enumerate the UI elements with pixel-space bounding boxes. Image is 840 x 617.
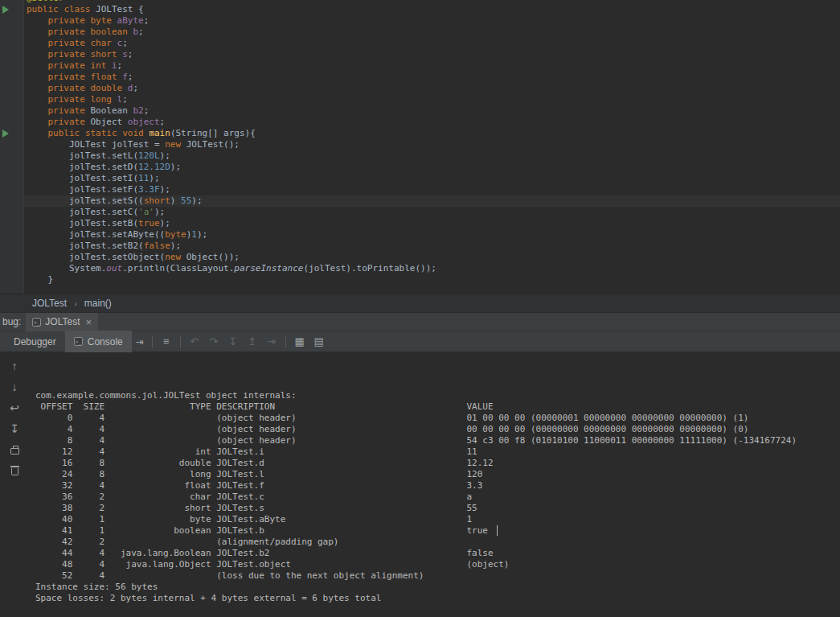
gutter-line	[0, 229, 23, 241]
code-line-partial: @Setter	[27, 0, 64, 4]
gutter-line	[0, 207, 23, 218]
step-out-icon[interactable]: ↥	[243, 331, 262, 352]
code-line[interactable]: jolTest.setL(120L);	[27, 150, 840, 162]
gutter-line	[0, 94, 23, 105]
gutter-line	[0, 184, 23, 195]
scroll-to-end-icon[interactable]: ↧	[10, 422, 19, 434]
code-line[interactable]: JOLTest jolTest = new JOLTest();	[27, 139, 840, 150]
tab-console-label: Console	[88, 336, 123, 348]
code-line[interactable]: private short s;	[27, 49, 840, 60]
view-options-icon[interactable]: ▤	[309, 331, 329, 352]
code-area[interactable]: @Setter public class JOLTest { private b…	[24, 0, 840, 294]
tab-console[interactable]: Console	[65, 331, 132, 352]
gutter-line	[0, 83, 23, 94]
up-stack-trace-icon[interactable]: ↑	[12, 360, 18, 372]
code-line[interactable]: private Object object;	[27, 117, 840, 128]
code-line[interactable]: }	[27, 274, 840, 286]
step-into-icon[interactable]: ↧	[223, 331, 243, 352]
gutter-line	[0, 173, 23, 184]
code-line[interactable]: jolTest.setI(11);	[27, 173, 840, 184]
console-line	[35, 604, 840, 615]
run-to-cursor-icon[interactable]: ⇥	[262, 331, 281, 352]
step-over-icon[interactable]: ↷	[204, 331, 223, 352]
code-lines: public class JOLTest { private byte aByt…	[27, 4, 840, 286]
soft-wrap-icon[interactable]: ↩	[10, 401, 19, 413]
code-line[interactable]: private float f;	[27, 72, 840, 83]
code-line[interactable]: jolTest.setF(3.3F);	[27, 184, 840, 195]
console-icon	[74, 337, 83, 346]
gutter-line	[0, 60, 23, 72]
code-line[interactable]: jolTest.setS((short) 55);	[24, 195, 840, 207]
code-editor[interactable]: @Setter public class JOLTest { private b…	[0, 0, 840, 294]
code-line[interactable]: private Boolean b2;	[27, 105, 840, 117]
down-stack-trace-icon[interactable]: ↓	[12, 380, 18, 393]
code-line[interactable]: private double d;	[27, 83, 840, 94]
print-icon[interactable]	[10, 443, 19, 455]
text-caret	[497, 525, 498, 536]
run-button-icon[interactable]	[2, 6, 9, 14]
debug-session-tab[interactable]: JOLTest ×	[26, 313, 98, 331]
gutter-line	[0, 38, 23, 49]
gutter-line	[0, 72, 23, 83]
console-line: 44 4 java.lang.Boolean JOLTest.b2 false	[35, 548, 840, 559]
code-line[interactable]: jolTest.setB2(false);	[27, 241, 840, 252]
code-line[interactable]: jolTest.setObject(new Object());	[27, 252, 840, 263]
toolbar-separator	[180, 335, 181, 348]
hamburger-icon[interactable]: ≡	[157, 331, 176, 352]
console-line: 42 2 (alignment/padding gap)	[35, 537, 840, 548]
console-line: com.example.commons.jol.JOLTest object i…	[35, 390, 840, 401]
show-execution-point-icon[interactable]: ↶	[185, 331, 204, 352]
breadcrumb-class[interactable]: JOLTest	[32, 298, 67, 309]
toolbar-icon-group: ≡↶↷↧↥⇥▦▤	[157, 331, 329, 352]
gutter-line	[0, 4, 23, 15]
gutter-line	[0, 241, 23, 252]
breadcrumb-method[interactable]: main()	[84, 298, 112, 309]
console-panel: ↑↓↩↧ com.example.commons.jol.JOLTest obj…	[0, 352, 840, 617]
gutter-line	[0, 117, 23, 128]
gutter-line	[0, 49, 23, 60]
console-line: 40 1 byte JOLTest.aByte 1	[35, 514, 840, 525]
console-line: 41 1 boolean JOLTest.b true	[35, 525, 840, 537]
gutter-line	[0, 150, 23, 162]
gutter-line	[0, 15, 23, 27]
tab-debugger[interactable]: Debugger	[5, 331, 65, 352]
debugger-toolbar: Debugger Console ⇥ ≡↶↷↧↥⇥▦▤	[0, 331, 840, 352]
code-line[interactable]: private long l;	[27, 94, 840, 105]
code-line[interactable]: private byte aByte;	[27, 15, 840, 27]
close-icon[interactable]: ×	[85, 316, 92, 328]
gutter-line	[0, 252, 23, 263]
ide-window: @Setter public class JOLTest { private b…	[0, 0, 840, 617]
toolwindow-title: bug:	[0, 316, 26, 327]
console-output[interactable]: com.example.commons.jol.JOLTest object i…	[29, 352, 840, 617]
console-line: 8 4 (object header) 54 c3 00 f8 (0101010…	[35, 435, 840, 446]
console-line: OFFSET SIZE TYPE DESCRIPTION VALUE	[35, 401, 840, 413]
code-line[interactable]: System.out.println(ClassLayout.parseInst…	[27, 263, 840, 274]
console-toolbar: ↑↓↩↧	[0, 352, 29, 617]
code-line[interactable]: private int i;	[27, 60, 840, 72]
code-line[interactable]: jolTest.setD(12.12D);	[27, 162, 840, 173]
gutter-line	[0, 128, 23, 139]
console-line: 52 4 (loss due to the next object alignm…	[35, 570, 840, 582]
code-line[interactable]: public class JOLTest {	[27, 4, 840, 15]
gutter-line	[0, 162, 23, 173]
code-line[interactable]: private boolean b;	[27, 27, 840, 38]
show-output-on-run-icon[interactable]: ⇥	[132, 331, 148, 352]
breadcrumb: JOLTest › main()	[0, 294, 840, 312]
console-line: 32 4 float JOLTest.f 3.3	[35, 480, 840, 492]
tab-debugger-label: Debugger	[14, 336, 56, 348]
restore-layout-icon[interactable]: ▦	[290, 331, 309, 352]
console-line: 12 4 int JOLTest.i 11	[35, 446, 840, 458]
clear-all-icon[interactable]	[11, 464, 18, 476]
console-line: 4 4 (object header) 00 00 00 00 (0000000…	[35, 424, 840, 435]
run-button-icon[interactable]	[2, 130, 9, 138]
code-line[interactable]: jolTest.setC('a');	[27, 207, 840, 218]
run-config-icon	[32, 318, 41, 327]
gutter-line	[0, 139, 23, 150]
code-line[interactable]: private char c;	[27, 38, 840, 49]
debug-tab-label: JOLTest	[45, 316, 80, 327]
code-line[interactable]: jolTest.setB(true);	[27, 218, 840, 229]
gutter-line	[0, 274, 23, 286]
gutter-line	[0, 27, 23, 38]
code-line[interactable]: jolTest.setAByte((byte)1);	[27, 229, 840, 241]
code-line[interactable]: public static void main(String[] args){	[27, 128, 840, 139]
